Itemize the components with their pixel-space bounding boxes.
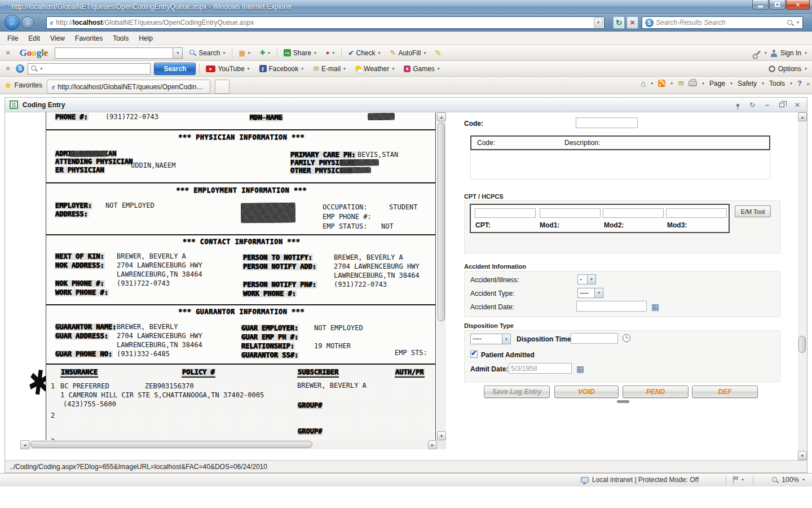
chevron-down-icon[interactable]: ▼ [730,82,733,85]
chevron-down-icon[interactable]: ▼ [789,82,793,85]
scroll-down-button[interactable]: ▼ [437,431,446,440]
minimize-button[interactable] [752,0,769,10]
chevron-down-icon[interactable]: ▼ [39,67,43,71]
games-button[interactable]: Games▼ [401,64,443,74]
back-button[interactable]: ← [5,15,20,30]
chevron-down-icon[interactable]: ▼ [764,51,767,55]
toolbar-search-button[interactable]: Search [154,63,196,75]
menu-favorites[interactable]: Favorites [70,33,108,44]
def-button[interactable]: DEF [692,386,758,398]
menu-help[interactable]: Help [134,33,158,44]
forward-button[interactable]: → [21,16,34,29]
gear-icon[interactable] [769,65,775,72]
accident-illness-select[interactable]: -▼ [577,274,596,284]
rss-icon[interactable] [658,80,665,87]
chevron-down-icon[interactable]: ▼ [761,82,765,85]
pin-icon[interactable] [736,104,739,107]
translate-button[interactable]: ●▼ [323,49,338,57]
new-tab-stub[interactable] [215,80,230,94]
pend-button[interactable]: PEND [623,386,689,398]
calendar-icon[interactable]: ▦ [576,365,584,373]
scrollbar-thumb[interactable] [30,441,312,448]
minimize-icon[interactable]: – [765,102,769,108]
scrollbar-thumb[interactable] [438,122,445,321]
maximize-button[interactable] [769,0,785,10]
address-history-dropdown[interactable]: ▼ [594,17,603,28]
safety-menu-button[interactable]: Safety [738,80,757,87]
patient-admitted-checkbox[interactable]: ✔ [470,351,478,358]
help-icon[interactable]: ? [797,79,802,87]
toolbar-search-input[interactable] [45,65,148,73]
page-menu-button[interactable]: Page [709,80,725,87]
mod1-input[interactable] [540,208,601,218]
scroll-up-button[interactable]: ▲ [798,112,807,121]
search-icon[interactable] [787,19,794,27]
menu-tools[interactable]: Tools [108,33,134,44]
options-button[interactable]: Options [778,65,801,73]
calendar-icon[interactable]: ▦ [651,303,659,311]
disposition-type-select[interactable]: ----▼ [470,334,511,344]
tools-menu-button[interactable]: Tools [769,80,785,87]
restore-icon[interactable] [779,103,784,107]
scroll-right-button[interactable]: ► [428,440,437,449]
save-log-entry-button[interactable]: Save Log Entry [484,386,550,398]
cpt-input[interactable] [475,208,536,218]
scroll-left-button[interactable]: ◄ [20,440,29,449]
spellcheck-button[interactable]: ✔Check▼ [345,48,383,58]
page-vertical-scrollbar[interactable]: ▲ ▼ [798,112,807,460]
scrollbar-thumb[interactable] [798,336,806,353]
browser-search-box[interactable]: S ▼ [642,16,803,29]
code-input[interactable] [576,117,638,128]
stop-button[interactable]: ✕ [626,16,638,29]
close-button[interactable]: ✕ [786,0,810,10]
favorites-button[interactable]: ★Favorites [5,81,42,90]
menu-file[interactable]: File [2,33,23,44]
compatibility-button[interactable]: ▼ [733,476,744,483]
menu-view[interactable]: View [45,33,70,44]
home-icon[interactable]: ⌂ [641,79,646,87]
toolbar-search-box[interactable]: ▼ [28,63,151,75]
bookmarks-button[interactable]: ▦▼ [236,49,253,58]
menu-edit[interactable]: Edit [23,33,45,44]
sign-in-button[interactable]: Sign In [780,49,801,57]
splitter-grip[interactable] [617,400,629,403]
autofill-button[interactable]: ✎AutoFill▼ [387,48,429,58]
read-mail-icon[interactable]: ✉ [678,80,684,87]
google-search-history-dropdown[interactable]: ▼ [173,47,183,59]
weather-button[interactable]: Weather▼ [352,64,398,74]
admit-date-input[interactable] [509,363,572,374]
void-button[interactable]: VOID [554,386,619,398]
printer-icon[interactable] [689,81,697,86]
chevron-down-icon[interactable]: ▼ [650,82,654,85]
document-vertical-scrollbar[interactable]: ▲ ▼ [437,112,446,440]
close-toolbar-icon[interactable]: ✕ [3,50,12,56]
close-toolbar-icon[interactable]: ✕ [3,65,12,72]
scroll-down-button[interactable]: ▼ [798,451,807,460]
mod3-input[interactable] [666,208,727,218]
overflow-chevron-icon[interactable]: » [806,80,810,87]
chevron-down-icon[interactable]: ▼ [701,82,705,85]
facebook-button[interactable]: fFacebook▼ [257,64,307,74]
address-bar[interactable]: e http://localhost/GlobalNET/queues/Open… [46,16,604,29]
youtube-button[interactable]: ▶YouTube▼ [203,64,253,74]
disposition-time-input[interactable] [571,333,618,344]
accident-type-select[interactable]: ----▼ [577,288,603,298]
add-bookmark-button[interactable]: ✚▼ [257,49,273,57]
clock-icon[interactable] [623,334,630,342]
google-search-input[interactable] [55,47,173,59]
google-search-button[interactable]: Search▼ [186,48,228,58]
chevron-down-icon[interactable]: ▼ [804,51,807,55]
refresh-icon[interactable]: ↻ [749,102,755,108]
tab-opencoding-queue[interactable]: ehttp://localhost/GlobalNET/queues/OpenC… [47,80,210,94]
em-tool-button[interactable]: E/M Tool [735,205,771,217]
mod2-input[interactable] [603,208,664,218]
chevron-down-icon[interactable]: ▼ [804,67,807,71]
highlighter-icon[interactable]: ✎ [433,49,444,58]
chevron-down-icon[interactable]: ▼ [670,82,673,85]
wrench-icon[interactable] [754,50,761,56]
share-button[interactable]: ↪Share▼ [281,48,320,58]
document-horizontal-scrollbar[interactable]: ◄ ► [20,440,437,449]
refresh-button[interactable]: ↻ [613,16,625,29]
scroll-up-button[interactable]: ▲ [437,112,446,121]
close-icon[interactable]: ✕ [795,102,800,108]
